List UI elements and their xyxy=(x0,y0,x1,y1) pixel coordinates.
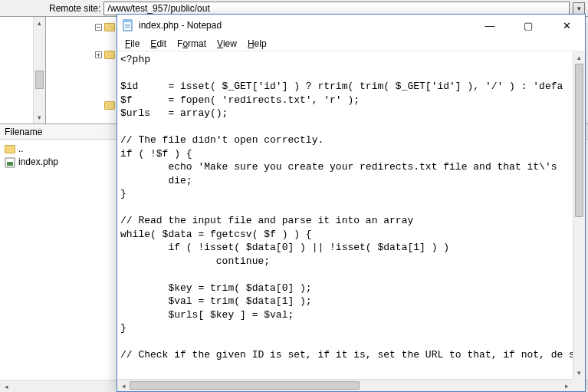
remote-path-input[interactable]: /www/test_957/public/out xyxy=(103,2,570,15)
list-item-name: index.php xyxy=(18,156,58,169)
tree-expand-icon[interactable]: + xyxy=(95,51,102,58)
scroll-right-icon[interactable]: ▸ xyxy=(560,380,573,391)
scroll-thumb[interactable] xyxy=(575,64,583,217)
list-item-name: .. xyxy=(18,143,24,156)
notepad-window: index.php - Notepad — ▢ ✕ File Edit Form… xyxy=(117,14,586,392)
remote-path-text: /www/test_957/public/out xyxy=(107,3,209,14)
folder-icon xyxy=(104,23,115,31)
menu-format[interactable]: Format xyxy=(172,38,211,50)
maximize-button[interactable]: ▢ xyxy=(511,16,545,35)
menu-view[interactable]: View xyxy=(212,38,241,50)
scroll-left-icon[interactable]: ◂ xyxy=(0,380,12,392)
editor-text[interactable]: <?php $id = isset( $_GET['id'] ) ? rtrim… xyxy=(117,51,573,379)
filename-column-header: Filename xyxy=(5,127,42,137)
scroll-thumb[interactable] xyxy=(35,71,44,89)
menu-file[interactable]: File xyxy=(120,38,144,50)
menubar: File Edit Format View Help xyxy=(117,36,585,51)
titlebar[interactable]: index.php - Notepad — ▢ ✕ xyxy=(117,15,585,36)
folder-up-icon xyxy=(5,145,15,153)
scroll-thumb[interactable] xyxy=(130,381,360,390)
maximize-icon: ▢ xyxy=(524,20,533,31)
minimize-button[interactable]: — xyxy=(473,16,507,35)
editor-area: <?php $id = isset( $_GET['id'] ) ? rtrim… xyxy=(117,51,585,391)
scroll-left-icon[interactable]: ◂ xyxy=(117,380,130,391)
scroll-down-icon[interactable]: ▾ xyxy=(573,367,585,379)
scroll-up-icon[interactable]: ▴ xyxy=(34,17,45,29)
tree-collapse-icon[interactable]: − xyxy=(95,24,102,31)
remote-path-dropdown[interactable]: ▾ xyxy=(573,2,585,15)
svg-rect-1 xyxy=(7,162,13,166)
remote-site-label: Remote site: xyxy=(46,3,103,14)
local-tree-panel: ▴ ▾ xyxy=(0,17,46,124)
local-tree-scrollbar[interactable]: ▴ ▾ xyxy=(33,17,45,124)
chevron-down-icon: ▾ xyxy=(577,5,581,12)
folder-icon xyxy=(104,51,115,59)
php-file-icon xyxy=(5,157,15,168)
notepad-icon xyxy=(122,19,134,31)
remote-tree[interactable]: − + xyxy=(95,23,115,110)
scroll-up-icon[interactable]: ▴ xyxy=(573,51,585,64)
editor-vscrollbar[interactable]: ▴ ▾ xyxy=(573,51,585,379)
menu-help[interactable]: Help xyxy=(243,38,271,50)
close-icon: ✕ xyxy=(563,20,571,31)
svg-rect-3 xyxy=(123,20,132,22)
scroll-down-icon[interactable]: ▾ xyxy=(34,111,45,124)
menu-edit[interactable]: Edit xyxy=(146,38,171,50)
folder-icon xyxy=(104,101,115,110)
close-button[interactable]: ✕ xyxy=(550,16,583,35)
editor-hscrollbar[interactable]: ◂ ▸ xyxy=(117,379,573,391)
window-title: index.php - Notepad xyxy=(139,20,468,31)
minimize-icon: — xyxy=(485,20,495,31)
scroll-corner xyxy=(573,379,585,391)
